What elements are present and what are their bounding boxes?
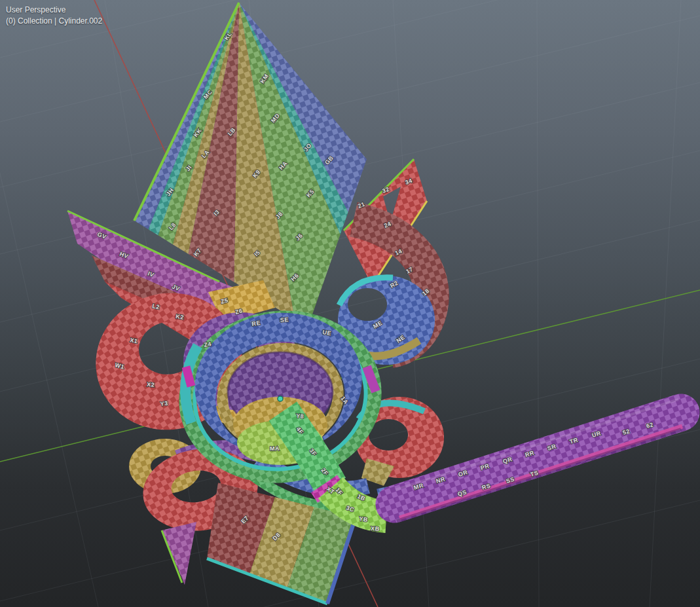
uv-label: Z4 bbox=[204, 340, 212, 348]
uv-label: K2 bbox=[175, 313, 185, 321]
3d-viewport-canvas[interactable]: KL KM MC LB LA K9 J8 J6 I5 I3 H6 32 34 1… bbox=[0, 0, 700, 607]
uv-label: Y3 bbox=[160, 400, 168, 407]
object-origin-dot bbox=[278, 396, 283, 401]
hub-left-magenta-bit bbox=[186, 367, 191, 386]
blender-3d-viewport[interactable]: User Perspective (0) Collection | Cylind… bbox=[0, 0, 700, 607]
uv-label: MA bbox=[270, 445, 280, 452]
uv-label: X2 bbox=[147, 381, 155, 388]
uv-label: Y8 bbox=[296, 413, 304, 420]
uv-label: XB bbox=[371, 525, 380, 532]
uv-label: YB bbox=[359, 515, 369, 523]
uv-label: SE bbox=[280, 316, 289, 323]
